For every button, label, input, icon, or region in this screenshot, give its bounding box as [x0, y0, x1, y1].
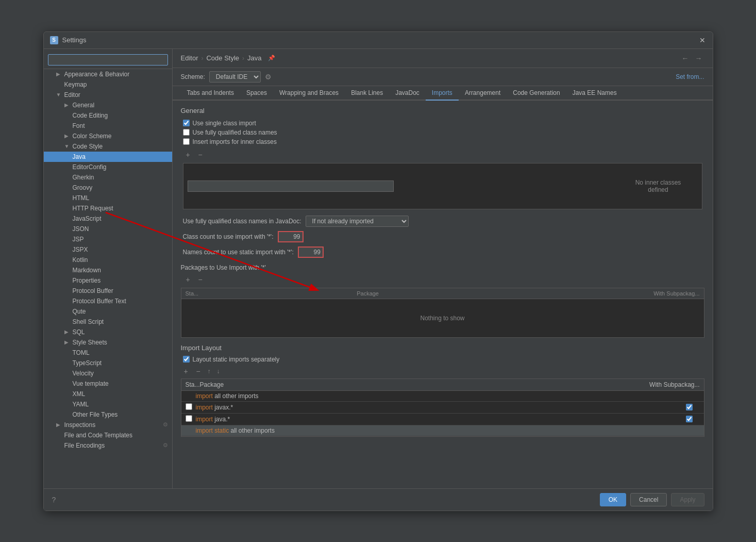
sidebar-item-jspx[interactable]: JSPX	[44, 244, 172, 255]
sidebar-item-appearance[interactable]: ▶ Appearance & Behavior	[44, 69, 172, 79]
sidebar-item-velocity[interactable]: Velocity	[44, 368, 172, 379]
tab-blank-lines[interactable]: Blank Lines	[345, 86, 389, 101]
sidebar-item-html[interactable]: HTML	[44, 193, 172, 203]
import-row-static-all[interactable]: import static all other imports	[181, 425, 704, 436]
expand-icon	[64, 412, 71, 417]
sidebar-item-protocol-buffer[interactable]: Protocol Buffer	[44, 286, 172, 296]
breadcrumb: Editor › Code Style › Java 📌 ← →	[173, 49, 713, 68]
sidebar-item-json[interactable]: JSON	[44, 224, 172, 234]
sidebar-item-xml[interactable]: XML	[44, 389, 172, 399]
window-title: Settings	[62, 36, 87, 44]
back-button[interactable]: ←	[680, 53, 691, 63]
import-row-javax[interactable]: import javax.*	[181, 402, 704, 414]
scheme-select[interactable]: Default IDE	[209, 71, 261, 83]
sidebar-item-typescript[interactable]: TypeScript	[44, 358, 172, 368]
tab-arrangement[interactable]: Arrangement	[459, 86, 507, 101]
move-up-button[interactable]: ↑	[206, 366, 213, 376]
sidebar-item-gherkin[interactable]: Gherkin	[44, 172, 172, 183]
names-count-input[interactable]: 99	[298, 247, 324, 258]
close-button[interactable]: ✕	[698, 36, 707, 44]
scheme-settings-icon[interactable]: ⚙	[265, 73, 272, 81]
tab-java-ee-names[interactable]: Java EE Names	[566, 86, 623, 101]
cancel-button[interactable]: Cancel	[630, 493, 667, 506]
java-checkbox[interactable]	[186, 415, 192, 422]
sidebar-item-other-file-types[interactable]: Other File Types	[44, 409, 172, 420]
tab-code-generation[interactable]: Code Generation	[507, 86, 566, 101]
add-inner-class-button[interactable]: +	[183, 150, 193, 160]
expand-icon	[56, 81, 62, 87]
use-fully-checkbox[interactable]	[183, 129, 190, 136]
sidebar-item-markdown[interactable]: Markdown	[44, 265, 172, 275]
check-java	[186, 415, 196, 423]
tab-javadoc[interactable]: JavaDoc	[389, 86, 426, 101]
sidebar-item-font[interactable]: Font	[44, 121, 172, 131]
expand-icon: ▶	[64, 339, 71, 345]
sidebar-item-code-editing[interactable]: Code Editing	[44, 110, 172, 121]
help-icon[interactable]: ?	[52, 496, 56, 504]
apply-button[interactable]: Apply	[671, 493, 704, 506]
tab-imports[interactable]: Imports	[426, 86, 459, 101]
exclude-input[interactable]	[188, 180, 394, 192]
sidebar-item-qute[interactable]: Qute	[44, 306, 172, 317]
sidebar-item-vue-template[interactable]: Vue template	[44, 379, 172, 389]
java-subpkg-checkbox[interactable]	[686, 416, 693, 422]
insert-imports-checkbox[interactable]	[183, 138, 190, 145]
layout-static-checkbox[interactable]	[183, 356, 190, 363]
qualified-select[interactable]: If not already imported	[306, 216, 409, 227]
sidebar-label: JSON	[73, 225, 89, 233]
move-down-button[interactable]: ↓	[215, 366, 222, 376]
set-from-link[interactable]: Set from...	[676, 73, 704, 80]
expand-icon: ▶	[64, 102, 71, 108]
sidebar-label: General	[73, 102, 95, 109]
import-layout-toolbar: + − ↑ ↓	[181, 366, 704, 376]
javax-subpkg-checkbox[interactable]	[686, 404, 693, 410]
remove-inner-class-button[interactable]: −	[195, 150, 206, 160]
keyword-static: import static	[196, 427, 229, 434]
expand-icon: ▶	[56, 71, 62, 77]
sidebar-item-shell-script[interactable]: Shell Script	[44, 317, 172, 327]
tab-tabs-indents[interactable]: Tabs and Indents	[181, 86, 240, 101]
content-scroll: General Use single class import Use full…	[173, 101, 713, 488]
sidebar-item-javascript[interactable]: JavaScript	[44, 213, 172, 224]
sidebar-item-file-encodings[interactable]: File Encodings ⚙	[44, 440, 172, 451]
add-import-button[interactable]: +	[181, 366, 191, 376]
ok-button[interactable]: OK	[600, 493, 626, 506]
sidebar-item-kotlin[interactable]: Kotlin	[44, 255, 172, 265]
sidebar: ▶ Appearance & Behavior Keymap ▼ Editor …	[44, 49, 173, 488]
names-count-label: Names count to use static import with '*…	[183, 249, 294, 256]
class-count-input[interactable]: 99	[278, 231, 304, 242]
sidebar-item-editorconfig[interactable]: EditorConfig	[44, 162, 172, 172]
packages-col-subpkg: With Subpackag...	[528, 290, 700, 297]
import-table-header: Sta... Package With Subpackag...	[181, 379, 704, 391]
import-col-package: Package	[200, 381, 650, 388]
sidebar-item-properties[interactable]: Properties	[44, 275, 172, 286]
search-input[interactable]	[48, 54, 168, 65]
sidebar-item-file-code-templates[interactable]: File and Code Templates	[44, 430, 172, 440]
sidebar-item-protocol-buffer-text[interactable]: Protocol Buffer Text	[44, 296, 172, 306]
forward-button[interactable]: →	[693, 53, 704, 63]
sidebar-item-color-scheme[interactable]: ▶ Color Scheme	[44, 131, 172, 141]
tab-wrapping[interactable]: Wrapping and Braces	[273, 86, 345, 101]
import-layout-title: Import Layout	[181, 344, 704, 352]
sidebar-item-inspections[interactable]: ▶ Inspections ⚙	[44, 420, 172, 430]
sidebar-item-sql[interactable]: ▶ SQL	[44, 327, 172, 337]
import-row-java[interactable]: import java.*	[181, 414, 704, 425]
remove-import-button[interactable]: −	[193, 366, 204, 376]
import-row-all-other[interactable]: import all other imports	[181, 391, 704, 402]
use-single-checkbox[interactable]	[183, 120, 190, 126]
sidebar-item-code-style[interactable]: ▼ Code Style	[44, 141, 172, 152]
sidebar-item-keymap[interactable]: Keymap	[44, 79, 172, 90]
sidebar-item-yaml[interactable]: YAML	[44, 399, 172, 409]
add-package-button[interactable]: +	[183, 274, 193, 285]
tab-spaces[interactable]: Spaces	[240, 86, 273, 101]
javax-checkbox[interactable]	[186, 403, 192, 410]
sidebar-item-jsp[interactable]: JSP	[44, 234, 172, 244]
sidebar-item-style-sheets[interactable]: ▶ Style Sheets	[44, 337, 172, 348]
remove-package-button[interactable]: −	[195, 274, 206, 285]
sidebar-item-http-request[interactable]: HTTP Request	[44, 203, 172, 213]
sidebar-item-groovy[interactable]: Groovy	[44, 183, 172, 193]
sidebar-item-java[interactable]: Java	[44, 152, 172, 162]
sidebar-item-toml[interactable]: TOML	[44, 348, 172, 358]
sidebar-item-editor[interactable]: ▼ Editor	[44, 90, 172, 100]
sidebar-item-general[interactable]: ▶ General	[44, 100, 172, 110]
